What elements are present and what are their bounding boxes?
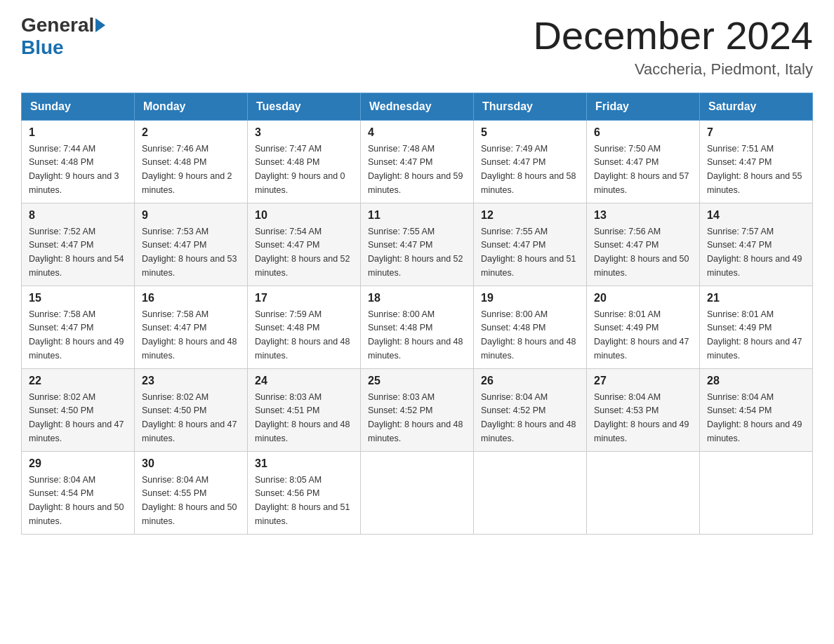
- day-number: 8: [29, 209, 127, 222]
- logo-blue-text: Blue: [21, 36, 64, 59]
- calendar-cell: 20 Sunrise: 8:01 AMSunset: 4:49 PMDaylig…: [587, 286, 700, 368]
- calendar-cell: 14 Sunrise: 7:57 AMSunset: 4:47 PMDaylig…: [700, 203, 813, 286]
- day-number: 21: [707, 292, 805, 304]
- calendar-cell: 30 Sunrise: 8:04 AMSunset: 4:55 PMDaylig…: [135, 451, 248, 534]
- day-info: Sunrise: 8:04 AMSunset: 4:54 PMDaylight:…: [29, 475, 124, 526]
- calendar-cell: 17 Sunrise: 7:59 AMSunset: 4:48 PMDaylig…: [248, 286, 361, 368]
- weekday-header-sunday: Sunday: [22, 93, 135, 120]
- day-info: Sunrise: 7:58 AMSunset: 4:47 PMDaylight:…: [142, 309, 237, 361]
- day-info: Sunrise: 7:59 AMSunset: 4:48 PMDaylight:…: [255, 309, 350, 361]
- day-number: 1: [29, 126, 127, 139]
- calendar-cell: 23 Sunrise: 8:02 AMSunset: 4:50 PMDaylig…: [135, 368, 248, 451]
- day-number: 6: [594, 126, 692, 139]
- calendar-cell: 26 Sunrise: 8:04 AMSunset: 4:52 PMDaylig…: [474, 368, 587, 451]
- calendar-cell: [587, 451, 700, 534]
- day-info: Sunrise: 7:53 AMSunset: 4:47 PMDaylight:…: [142, 227, 237, 278]
- calendar-cell: 4 Sunrise: 7:48 AMSunset: 4:47 PMDayligh…: [361, 120, 474, 203]
- title-block: December 2024 Vaccheria, Piedmont, Italy: [534, 14, 813, 79]
- day-info: Sunrise: 7:56 AMSunset: 4:47 PMDaylight:…: [594, 227, 689, 278]
- day-number: 5: [481, 126, 579, 139]
- logo-general-text: General: [21, 14, 94, 36]
- calendar-week-row: 15 Sunrise: 7:58 AMSunset: 4:47 PMDaylig…: [22, 286, 813, 368]
- day-number: 17: [255, 292, 353, 304]
- day-info: Sunrise: 8:04 AMSunset: 4:54 PMDaylight:…: [707, 392, 802, 443]
- calendar-cell: 15 Sunrise: 7:58 AMSunset: 4:47 PMDaylig…: [22, 286, 135, 368]
- day-info: Sunrise: 7:55 AMSunset: 4:47 PMDaylight:…: [481, 227, 576, 278]
- calendar-week-row: 1 Sunrise: 7:44 AMSunset: 4:48 PMDayligh…: [22, 120, 813, 203]
- weekday-header-tuesday: Tuesday: [248, 93, 361, 120]
- day-info: Sunrise: 7:49 AMSunset: 4:47 PMDaylight:…: [481, 144, 576, 195]
- calendar-cell: 29 Sunrise: 8:04 AMSunset: 4:54 PMDaylig…: [22, 451, 135, 534]
- day-info: Sunrise: 8:00 AMSunset: 4:48 PMDaylight:…: [481, 309, 576, 361]
- calendar-cell: [700, 451, 813, 534]
- day-number: 19: [481, 292, 579, 304]
- day-info: Sunrise: 7:48 AMSunset: 4:47 PMDaylight:…: [368, 144, 463, 195]
- page-header: General Blue December 2024 Vaccheria, Pi…: [21, 14, 813, 79]
- day-number: 23: [142, 375, 240, 387]
- calendar-cell: [361, 451, 474, 534]
- day-info: Sunrise: 8:05 AMSunset: 4:56 PMDaylight:…: [255, 475, 350, 526]
- day-number: 11: [368, 209, 466, 222]
- calendar-cell: 25 Sunrise: 8:03 AMSunset: 4:52 PMDaylig…: [361, 368, 474, 451]
- weekday-header-friday: Friday: [587, 93, 700, 120]
- day-number: 7: [707, 126, 805, 139]
- calendar-cell: 1 Sunrise: 7:44 AMSunset: 4:48 PMDayligh…: [22, 120, 135, 203]
- calendar-cell: 10 Sunrise: 7:54 AMSunset: 4:47 PMDaylig…: [248, 203, 361, 286]
- calendar-cell: 28 Sunrise: 8:04 AMSunset: 4:54 PMDaylig…: [700, 368, 813, 451]
- calendar-cell: 3 Sunrise: 7:47 AMSunset: 4:48 PMDayligh…: [248, 120, 361, 203]
- calendar-cell: 31 Sunrise: 8:05 AMSunset: 4:56 PMDaylig…: [248, 451, 361, 534]
- calendar-cell: 2 Sunrise: 7:46 AMSunset: 4:48 PMDayligh…: [135, 120, 248, 203]
- day-info: Sunrise: 7:51 AMSunset: 4:47 PMDaylight:…: [707, 144, 802, 195]
- calendar-cell: 7 Sunrise: 7:51 AMSunset: 4:47 PMDayligh…: [700, 120, 813, 203]
- calendar-cell: 22 Sunrise: 8:02 AMSunset: 4:50 PMDaylig…: [22, 368, 135, 451]
- day-number: 4: [368, 126, 466, 139]
- day-info: Sunrise: 8:04 AMSunset: 4:55 PMDaylight:…: [142, 475, 237, 526]
- month-title: December 2024: [534, 14, 813, 58]
- calendar-cell: 21 Sunrise: 8:01 AMSunset: 4:49 PMDaylig…: [700, 286, 813, 368]
- weekday-header-saturday: Saturday: [700, 93, 813, 120]
- weekday-header-monday: Monday: [135, 93, 248, 120]
- calendar-cell: 8 Sunrise: 7:52 AMSunset: 4:47 PMDayligh…: [22, 203, 135, 286]
- logo: General Blue: [21, 14, 107, 59]
- day-number: 26: [481, 375, 579, 387]
- calendar-cell: 27 Sunrise: 8:04 AMSunset: 4:53 PMDaylig…: [587, 368, 700, 451]
- calendar-cell: 16 Sunrise: 7:58 AMSunset: 4:47 PMDaylig…: [135, 286, 248, 368]
- calendar-cell: 12 Sunrise: 7:55 AMSunset: 4:47 PMDaylig…: [474, 203, 587, 286]
- weekday-header-wednesday: Wednesday: [361, 93, 474, 120]
- day-number: 16: [142, 292, 240, 304]
- day-number: 14: [707, 209, 805, 222]
- day-info: Sunrise: 8:01 AMSunset: 4:49 PMDaylight:…: [594, 309, 689, 361]
- day-info: Sunrise: 7:46 AMSunset: 4:48 PMDaylight:…: [142, 144, 232, 195]
- day-number: 31: [255, 457, 353, 470]
- day-number: 24: [255, 375, 353, 387]
- day-number: 13: [594, 209, 692, 222]
- day-number: 22: [29, 375, 127, 387]
- day-info: Sunrise: 7:50 AMSunset: 4:47 PMDaylight:…: [594, 144, 689, 195]
- day-number: 28: [707, 375, 805, 387]
- day-info: Sunrise: 8:01 AMSunset: 4:49 PMDaylight:…: [707, 309, 802, 361]
- location-title: Vaccheria, Piedmont, Italy: [534, 60, 813, 79]
- calendar-cell: 24 Sunrise: 8:03 AMSunset: 4:51 PMDaylig…: [248, 368, 361, 451]
- day-info: Sunrise: 8:03 AMSunset: 4:51 PMDaylight:…: [255, 392, 350, 443]
- day-info: Sunrise: 7:55 AMSunset: 4:47 PMDaylight:…: [368, 227, 463, 278]
- calendar-cell: 18 Sunrise: 8:00 AMSunset: 4:48 PMDaylig…: [361, 286, 474, 368]
- day-info: Sunrise: 8:02 AMSunset: 4:50 PMDaylight:…: [142, 392, 237, 443]
- calendar-week-row: 8 Sunrise: 7:52 AMSunset: 4:47 PMDayligh…: [22, 203, 813, 286]
- calendar-cell: 19 Sunrise: 8:00 AMSunset: 4:48 PMDaylig…: [474, 286, 587, 368]
- day-info: Sunrise: 8:02 AMSunset: 4:50 PMDaylight:…: [29, 392, 124, 443]
- day-info: Sunrise: 7:58 AMSunset: 4:47 PMDaylight:…: [29, 309, 124, 361]
- day-info: Sunrise: 7:52 AMSunset: 4:47 PMDaylight:…: [29, 227, 124, 278]
- weekday-header-thursday: Thursday: [474, 93, 587, 120]
- day-info: Sunrise: 7:44 AMSunset: 4:48 PMDaylight:…: [29, 144, 119, 195]
- day-info: Sunrise: 8:00 AMSunset: 4:48 PMDaylight:…: [368, 309, 463, 361]
- calendar-cell: 5 Sunrise: 7:49 AMSunset: 4:47 PMDayligh…: [474, 120, 587, 203]
- logo-triangle-icon: [95, 18, 105, 32]
- calendar-table: SundayMondayTuesdayWednesdayThursdayFrid…: [21, 93, 813, 535]
- day-number: 15: [29, 292, 127, 304]
- day-info: Sunrise: 8:04 AMSunset: 4:53 PMDaylight:…: [594, 392, 689, 443]
- weekday-header-row: SundayMondayTuesdayWednesdayThursdayFrid…: [22, 93, 813, 120]
- day-number: 30: [142, 457, 240, 470]
- day-number: 10: [255, 209, 353, 222]
- calendar-week-row: 22 Sunrise: 8:02 AMSunset: 4:50 PMDaylig…: [22, 368, 813, 451]
- day-number: 12: [481, 209, 579, 222]
